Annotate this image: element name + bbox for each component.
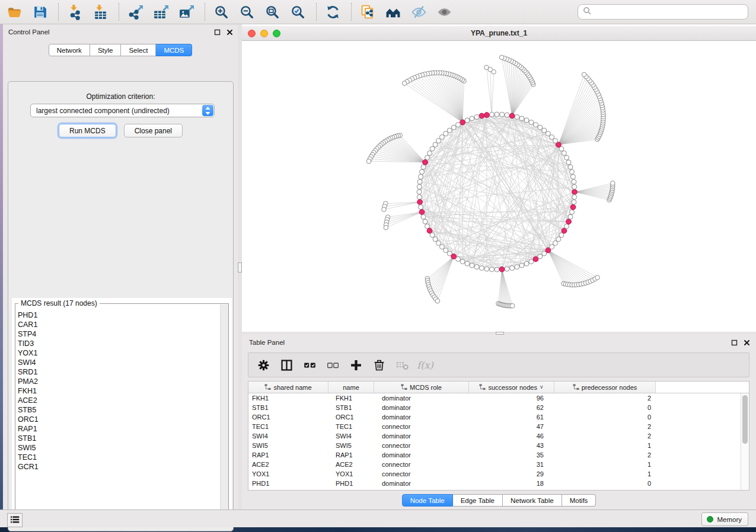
add-icon[interactable] xyxy=(348,357,363,373)
close-panel-icon[interactable] xyxy=(226,28,233,36)
table-row[interactable]: TEC1TEC1connector472 xyxy=(248,422,741,431)
zoom-fit-icon[interactable] xyxy=(263,4,281,20)
table-row[interactable]: SWI4SWI4dominator462 xyxy=(248,431,741,441)
mcds-result-item[interactable]: SWI5 xyxy=(16,443,219,453)
memory-status-icon xyxy=(707,516,713,523)
control-panel-title: Control Panel xyxy=(8,28,50,36)
close-panel-button[interactable]: Close panel xyxy=(124,124,183,137)
export-network-icon[interactable] xyxy=(126,4,144,20)
float-table-panel-icon[interactable] xyxy=(731,339,738,346)
table-cell: RAP1 xyxy=(328,450,374,460)
open-icon[interactable] xyxy=(5,4,23,20)
table-cell: 2 xyxy=(554,393,656,403)
mcds-result-item[interactable]: STP4 xyxy=(16,329,219,339)
mcds-result-item[interactable]: FKH1 xyxy=(16,386,219,396)
search-input[interactable] xyxy=(592,6,748,18)
table-cell: STB1 xyxy=(248,403,328,412)
table-row[interactable]: STB1STB1dominator620 xyxy=(248,403,741,412)
export-table-icon[interactable] xyxy=(152,4,170,20)
new-network-from-selection-icon[interactable] xyxy=(359,4,377,20)
table-cell: TEC1 xyxy=(248,422,328,431)
table-cell: 1 xyxy=(554,469,656,479)
tab-style[interactable]: Style xyxy=(90,44,122,56)
mcds-result-item[interactable]: GCR1 xyxy=(16,462,219,472)
table-cell: ACE2 xyxy=(248,460,328,469)
table-cell: 31 xyxy=(469,460,554,469)
hide-selected-icon[interactable] xyxy=(410,4,428,20)
memory-button[interactable]: Memory xyxy=(701,512,748,526)
zoom-selected-icon[interactable] xyxy=(289,4,307,20)
tab-motifs[interactable]: Motifs xyxy=(562,494,596,507)
table-cell: dominator xyxy=(374,450,469,460)
zoom-in-icon[interactable] xyxy=(212,4,230,20)
optimization-criterion-label: Optimization criterion: xyxy=(8,92,233,101)
save-icon[interactable] xyxy=(31,4,49,20)
table-row[interactable]: RAP1RAP1dominator352 xyxy=(248,450,741,460)
delete-icon[interactable] xyxy=(371,357,387,373)
first-neighbors-icon[interactable] xyxy=(384,4,402,20)
mcds-result-item[interactable]: ORC1 xyxy=(16,415,219,424)
float-panel-icon[interactable] xyxy=(213,28,221,36)
memory-label: Memory xyxy=(717,516,742,523)
search-icon xyxy=(583,7,592,17)
close-table-panel-icon[interactable] xyxy=(743,339,750,346)
table-row[interactable]: ORC1ORC1dominator610 xyxy=(248,412,741,422)
table-row[interactable]: YOX1YOX1connector291 xyxy=(248,469,741,479)
refresh-icon[interactable] xyxy=(324,4,342,20)
mcds-result-item[interactable]: PHD1 xyxy=(16,310,219,320)
mcds-result-item[interactable]: CAR1 xyxy=(16,320,219,329)
zoom-out-icon[interactable] xyxy=(238,4,256,20)
tab-network[interactable]: Network xyxy=(49,44,90,56)
column-type-icon xyxy=(264,384,271,390)
table-row[interactable]: ACE2ACE2connector311 xyxy=(248,460,741,469)
tab-select[interactable]: Select xyxy=(121,44,156,56)
select-all-icon[interactable] xyxy=(302,357,317,373)
table-cell: PHD1 xyxy=(248,479,328,488)
mcds-result-item[interactable]: STB1 xyxy=(16,434,219,443)
tab-node-table[interactable]: Node Table xyxy=(402,494,453,507)
table-cell: 18 xyxy=(469,479,554,488)
unselect-all-icon[interactable] xyxy=(325,357,340,373)
main-toolbar xyxy=(0,0,756,24)
mcds-result-item[interactable]: YOX1 xyxy=(16,348,219,358)
table-cell: PHD1 xyxy=(328,479,374,488)
optimization-criterion-value: largest connected component (undirected) xyxy=(31,107,202,115)
export-image-icon[interactable] xyxy=(177,4,195,20)
mcds-result-item[interactable]: ACE2 xyxy=(16,396,219,405)
mcds-result-item[interactable]: SRD1 xyxy=(16,367,219,377)
import-table-icon[interactable] xyxy=(91,4,109,20)
column-header-shared-name[interactable]: shared name xyxy=(248,382,328,393)
table-cell: connector xyxy=(374,469,469,479)
mcds-result-item[interactable]: RAP1 xyxy=(16,424,219,434)
tab-mcds[interactable]: MCDS xyxy=(156,44,192,56)
table-row[interactable]: SWI5SWI5connector431 xyxy=(248,441,741,450)
mcds-result-item[interactable]: STB5 xyxy=(16,405,219,415)
import-network-icon[interactable] xyxy=(66,4,84,20)
table-panel-title: Table Panel xyxy=(249,339,285,346)
mcds-result-item[interactable]: TEC1 xyxy=(16,453,219,462)
show-all-icon[interactable] xyxy=(435,4,453,20)
optimization-criterion-select[interactable]: largest connected component (undirected) xyxy=(30,104,215,117)
mcds-result-item[interactable]: SWI4 xyxy=(16,358,219,367)
tab-network-table[interactable]: Network Table xyxy=(503,494,562,507)
column-header-MCDS-role[interactable]: MCDS role xyxy=(374,382,469,393)
mcds-result-scrollbar[interactable] xyxy=(220,305,228,520)
task-history-button[interactable] xyxy=(7,513,23,527)
node-table-scrollbar[interactable] xyxy=(741,393,749,490)
node-table-scrollbar-thumb[interactable] xyxy=(742,395,748,444)
table-row[interactable]: PHD1PHD1dominator180 xyxy=(248,479,741,488)
sort-descending-icon: ∨ xyxy=(540,384,544,390)
network-canvas[interactable] xyxy=(242,41,756,332)
tab-edge-table[interactable]: Edge Table xyxy=(453,494,503,507)
gear-icon[interactable] xyxy=(256,357,271,373)
mcds-result-item[interactable]: PMA2 xyxy=(16,377,219,386)
column-header-predecessor-nodes[interactable]: predecessor nodes xyxy=(554,382,656,393)
table-row[interactable]: FKH1FKH1dominator962 xyxy=(248,393,741,403)
mcds-result-item[interactable]: TID3 xyxy=(16,339,219,348)
columns-icon[interactable] xyxy=(279,357,294,373)
network-view-panel: YPA_prune.txt_1 xyxy=(242,24,756,332)
column-header-name[interactable]: name xyxy=(328,382,374,393)
column-header-successor-nodes[interactable]: successor nodes∨ xyxy=(469,382,554,393)
vertical-splitter-grip[interactable] xyxy=(238,262,242,273)
run-mcds-button[interactable]: Run MCDS xyxy=(59,124,116,137)
